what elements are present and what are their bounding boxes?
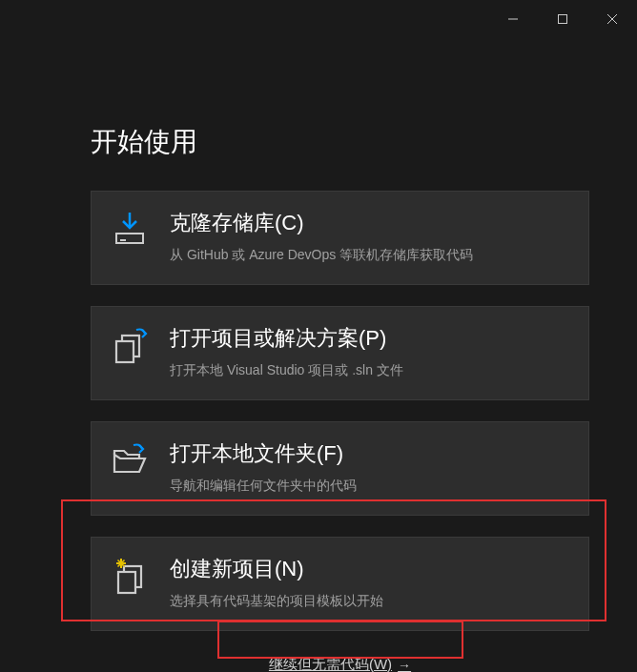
svg-rect-10 (118, 572, 135, 593)
new-project-icon (111, 557, 149, 595)
card-desc: 从 GitHub 或 Azure DevOps 等联机存储库获取代码 (170, 245, 569, 265)
arrow-right-icon: → (398, 658, 411, 673)
svg-rect-5 (116, 234, 143, 243)
open-project-card[interactable]: 打开项目或解决方案(P) 打开本地 Visual Studio 项目或 .sln… (91, 306, 589, 400)
maximize-button[interactable] (538, 0, 587, 38)
new-project-card[interactable]: 创建新项目(N) 选择具有代码基架的项目模板以开始 (91, 537, 589, 631)
card-desc: 打开本地 Visual Studio 项目或 .sln 文件 (170, 360, 569, 380)
card-title: 打开项目或解决方案(P) (170, 324, 569, 353)
minimize-button[interactable] (488, 0, 538, 38)
skip-link-label: 继续但无需代码(W) (269, 656, 392, 672)
card-title: 创建新项目(N) (170, 555, 569, 583)
card-body: 克隆存储库(C) 从 GitHub 或 Azure DevOps 等联机存储库获… (170, 209, 569, 265)
card-desc: 选择具有代码基架的项目模板以开始 (170, 591, 569, 611)
card-title: 打开本地文件夹(F) (170, 439, 569, 468)
skip-link-wrap: 继续但无需代码(W) → (91, 656, 589, 672)
page-title: 开始使用 (91, 124, 589, 160)
close-button[interactable] (587, 0, 637, 38)
card-desc: 导航和编辑任何文件夹中的代码 (170, 476, 569, 496)
clone-icon (111, 211, 149, 249)
continue-without-code-link[interactable]: 继续但无需代码(W) → (269, 656, 411, 672)
open-folder-card[interactable]: 打开本地文件夹(F) 导航和编辑任何文件夹中的代码 (91, 421, 589, 516)
content-area: 开始使用 克隆存储库(C) 从 GitHub 或 Azure DevOps 等联… (0, 38, 637, 672)
card-list: 克隆存储库(C) 从 GitHub 或 Azure DevOps 等联机存储库获… (91, 191, 589, 631)
clone-repo-card[interactable]: 克隆存储库(C) 从 GitHub 或 Azure DevOps 等联机存储库获… (91, 191, 589, 285)
minimize-icon (507, 13, 519, 25)
maximize-icon (557, 13, 568, 25)
folder-icon (111, 441, 149, 479)
close-icon (606, 13, 618, 25)
card-body: 打开项目或解决方案(P) 打开本地 Visual Studio 项目或 .sln… (170, 324, 569, 380)
titlebar (0, 0, 637, 38)
card-body: 创建新项目(N) 选择具有代码基架的项目模板以开始 (170, 555, 569, 611)
card-title: 克隆存储库(C) (170, 209, 569, 237)
card-body: 打开本地文件夹(F) 导航和编辑任何文件夹中的代码 (170, 439, 569, 496)
svg-rect-8 (116, 341, 134, 362)
open-project-icon (111, 326, 149, 364)
svg-rect-1 (559, 15, 567, 24)
